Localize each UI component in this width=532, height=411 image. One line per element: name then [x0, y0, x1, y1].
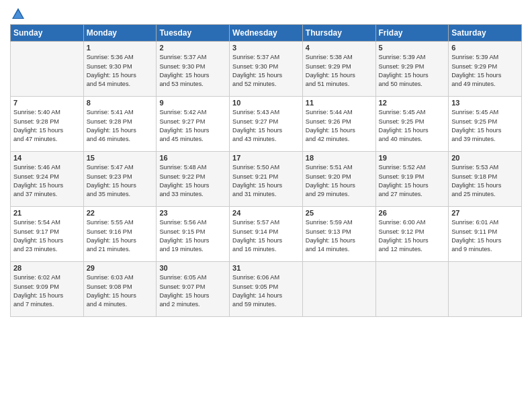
day-info: Sunrise: 5:45 AM Sunset: 9:25 PM Dayligh…	[451, 108, 519, 144]
day-cell: 29Sunrise: 6:03 AM Sunset: 9:08 PM Dayli…	[83, 262, 157, 317]
day-number: 31	[232, 264, 300, 272]
day-cell: 3Sunrise: 5:37 AM Sunset: 9:30 PM Daylig…	[230, 42, 303, 97]
day-cell: 8Sunrise: 5:41 AM Sunset: 9:28 PM Daylig…	[83, 97, 157, 152]
col-header-wednesday: Wednesday	[230, 25, 303, 42]
col-header-monday: Monday	[83, 25, 157, 42]
day-info: Sunrise: 5:40 AM Sunset: 9:28 PM Dayligh…	[13, 108, 81, 144]
day-info: Sunrise: 5:39 AM Sunset: 9:29 PM Dayligh…	[451, 53, 519, 89]
day-number: 14	[13, 154, 81, 162]
logo-text	[10, 7, 26, 20]
day-info: Sunrise: 5:38 AM Sunset: 9:29 PM Dayligh…	[306, 53, 373, 89]
day-cell: 6Sunrise: 5:39 AM Sunset: 9:29 PM Daylig…	[449, 42, 522, 97]
day-info: Sunrise: 6:00 AM Sunset: 9:12 PM Dayligh…	[379, 218, 446, 254]
day-cell	[11, 42, 84, 97]
day-info: Sunrise: 5:55 AM Sunset: 9:16 PM Dayligh…	[87, 218, 154, 254]
header	[10, 7, 522, 20]
day-cell: 18Sunrise: 5:51 AM Sunset: 9:20 PM Dayli…	[302, 152, 375, 207]
day-cell: 25Sunrise: 5:59 AM Sunset: 9:13 PM Dayli…	[302, 207, 375, 262]
week-row-1: 1Sunrise: 5:36 AM Sunset: 9:30 PM Daylig…	[11, 42, 522, 97]
day-cell: 5Sunrise: 5:39 AM Sunset: 9:29 PM Daylig…	[375, 42, 449, 97]
day-cell: 26Sunrise: 6:00 AM Sunset: 9:12 PM Dayli…	[375, 207, 449, 262]
col-header-sunday: Sunday	[11, 25, 84, 42]
day-number: 18	[306, 154, 373, 162]
col-header-tuesday: Tuesday	[157, 25, 230, 42]
day-number: 13	[451, 99, 519, 107]
week-row-2: 7Sunrise: 5:40 AM Sunset: 9:28 PM Daylig…	[11, 97, 522, 152]
day-number: 6	[451, 44, 519, 52]
day-cell	[302, 262, 375, 317]
day-cell: 12Sunrise: 5:45 AM Sunset: 9:25 PM Dayli…	[375, 97, 449, 152]
day-info: Sunrise: 5:57 AM Sunset: 9:14 PM Dayligh…	[232, 218, 300, 254]
day-cell: 21Sunrise: 5:54 AM Sunset: 9:17 PM Dayli…	[11, 207, 84, 262]
day-info: Sunrise: 6:02 AM Sunset: 9:09 PM Dayligh…	[13, 273, 81, 309]
day-info: Sunrise: 5:45 AM Sunset: 9:25 PM Dayligh…	[379, 108, 446, 144]
day-info: Sunrise: 5:43 AM Sunset: 9:27 PM Dayligh…	[232, 108, 300, 144]
day-cell: 4Sunrise: 5:38 AM Sunset: 9:29 PM Daylig…	[302, 42, 375, 97]
day-number: 9	[159, 99, 226, 107]
week-row-3: 14Sunrise: 5:46 AM Sunset: 9:24 PM Dayli…	[11, 152, 522, 207]
col-header-friday: Friday	[375, 25, 449, 42]
day-number: 29	[87, 264, 154, 272]
day-cell: 1Sunrise: 5:36 AM Sunset: 9:30 PM Daylig…	[83, 42, 157, 97]
day-cell: 28Sunrise: 6:02 AM Sunset: 9:09 PM Dayli…	[11, 262, 84, 317]
col-header-thursday: Thursday	[302, 25, 375, 42]
header-row: SundayMondayTuesdayWednesdayThursdayFrid…	[11, 25, 522, 42]
day-cell	[375, 262, 449, 317]
day-cell: 22Sunrise: 5:55 AM Sunset: 9:16 PM Dayli…	[83, 207, 157, 262]
day-number: 5	[379, 44, 446, 52]
day-number: 16	[159, 154, 226, 162]
day-number: 7	[13, 99, 81, 107]
day-cell: 27Sunrise: 6:01 AM Sunset: 9:11 PM Dayli…	[449, 207, 522, 262]
day-number: 2	[159, 44, 226, 52]
day-info: Sunrise: 5:51 AM Sunset: 9:20 PM Dayligh…	[306, 163, 373, 199]
day-number: 26	[379, 209, 446, 217]
day-info: Sunrise: 5:46 AM Sunset: 9:24 PM Dayligh…	[13, 163, 81, 199]
week-row-5: 28Sunrise: 6:02 AM Sunset: 9:09 PM Dayli…	[11, 262, 522, 317]
day-number: 27	[451, 209, 519, 217]
calendar-table: SundayMondayTuesdayWednesdayThursdayFrid…	[10, 24, 522, 317]
day-number: 10	[232, 99, 300, 107]
logo-icon	[11, 7, 26, 21]
day-number: 25	[306, 209, 373, 217]
day-cell: 23Sunrise: 5:56 AM Sunset: 9:15 PM Dayli…	[157, 207, 230, 262]
week-row-4: 21Sunrise: 5:54 AM Sunset: 9:17 PM Dayli…	[11, 207, 522, 262]
day-number: 22	[87, 209, 154, 217]
day-info: Sunrise: 5:36 AM Sunset: 9:30 PM Dayligh…	[87, 53, 154, 89]
day-info: Sunrise: 5:47 AM Sunset: 9:23 PM Dayligh…	[87, 163, 154, 199]
day-info: Sunrise: 5:41 AM Sunset: 9:28 PM Dayligh…	[87, 108, 154, 144]
day-number: 15	[87, 154, 154, 162]
day-info: Sunrise: 6:01 AM Sunset: 9:11 PM Dayligh…	[451, 218, 519, 254]
day-cell: 24Sunrise: 5:57 AM Sunset: 9:14 PM Dayli…	[230, 207, 303, 262]
day-info: Sunrise: 5:50 AM Sunset: 9:21 PM Dayligh…	[232, 163, 300, 199]
day-number: 12	[379, 99, 446, 107]
day-info: Sunrise: 5:54 AM Sunset: 9:17 PM Dayligh…	[13, 218, 81, 254]
day-info: Sunrise: 5:56 AM Sunset: 9:15 PM Dayligh…	[159, 218, 226, 254]
day-info: Sunrise: 5:39 AM Sunset: 9:29 PM Dayligh…	[379, 53, 446, 89]
day-number: 3	[232, 44, 300, 52]
day-cell: 7Sunrise: 5:40 AM Sunset: 9:28 PM Daylig…	[11, 97, 84, 152]
day-info: Sunrise: 5:37 AM Sunset: 9:30 PM Dayligh…	[232, 53, 300, 89]
day-cell: 13Sunrise: 5:45 AM Sunset: 9:25 PM Dayli…	[449, 97, 522, 152]
day-number: 21	[13, 209, 81, 217]
day-number: 20	[451, 154, 519, 162]
day-cell: 11Sunrise: 5:44 AM Sunset: 9:26 PM Dayli…	[302, 97, 375, 152]
day-cell: 31Sunrise: 6:06 AM Sunset: 9:05 PM Dayli…	[230, 262, 303, 317]
day-cell: 16Sunrise: 5:48 AM Sunset: 9:22 PM Dayli…	[157, 152, 230, 207]
day-cell: 15Sunrise: 5:47 AM Sunset: 9:23 PM Dayli…	[83, 152, 157, 207]
day-info: Sunrise: 6:05 AM Sunset: 9:07 PM Dayligh…	[159, 273, 226, 309]
day-cell: 17Sunrise: 5:50 AM Sunset: 9:21 PM Dayli…	[230, 152, 303, 207]
day-number: 1	[87, 44, 154, 52]
day-cell: 10Sunrise: 5:43 AM Sunset: 9:27 PM Dayli…	[230, 97, 303, 152]
col-header-saturday: Saturday	[449, 25, 522, 42]
day-info: Sunrise: 5:52 AM Sunset: 9:19 PM Dayligh…	[379, 163, 446, 199]
logo	[10, 7, 26, 20]
day-info: Sunrise: 5:42 AM Sunset: 9:27 PM Dayligh…	[159, 108, 226, 144]
day-cell: 14Sunrise: 5:46 AM Sunset: 9:24 PM Dayli…	[11, 152, 84, 207]
day-number: 28	[13, 264, 81, 272]
day-info: Sunrise: 6:03 AM Sunset: 9:08 PM Dayligh…	[87, 273, 154, 309]
calendar-page: SundayMondayTuesdayWednesdayThursdayFrid…	[0, 0, 532, 411]
day-info: Sunrise: 6:06 AM Sunset: 9:05 PM Dayligh…	[232, 273, 300, 309]
day-info: Sunrise: 5:48 AM Sunset: 9:22 PM Dayligh…	[159, 163, 226, 199]
day-number: 17	[232, 154, 300, 162]
day-info: Sunrise: 5:44 AM Sunset: 9:26 PM Dayligh…	[306, 108, 373, 144]
